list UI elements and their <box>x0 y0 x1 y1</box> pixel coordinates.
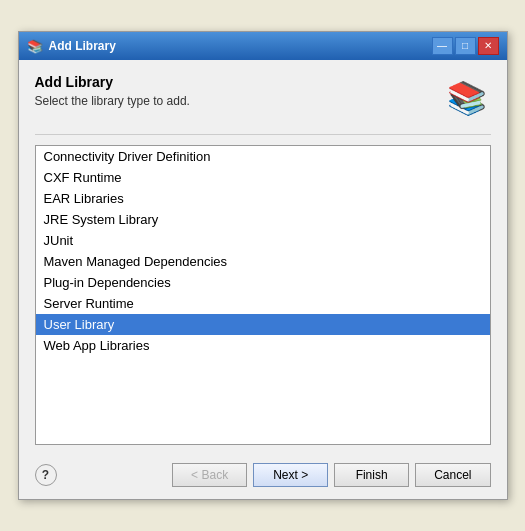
title-bar: 📚 Add Library — □ ✕ <box>19 32 507 60</box>
cancel-button[interactable]: Cancel <box>415 463 490 487</box>
header-section: Add Library Select the library type to a… <box>35 74 491 122</box>
title-bar-buttons: — □ ✕ <box>432 37 499 55</box>
list-item[interactable]: CXF Runtime <box>36 167 490 188</box>
help-button[interactable]: ? <box>35 464 57 486</box>
list-item[interactable]: EAR Libraries <box>36 188 490 209</box>
library-icon: 📚 <box>443 74 491 122</box>
list-item[interactable]: Server Runtime <box>36 293 490 314</box>
window-icon: 📚 <box>27 38 43 54</box>
header-text: Add Library Select the library type to a… <box>35 74 190 108</box>
maximize-button[interactable]: □ <box>455 37 476 55</box>
page-subtitle: Select the library type to add. <box>35 94 190 108</box>
window-body: Add Library Select the library type to a… <box>19 60 507 499</box>
next-button[interactable]: Next > <box>253 463 328 487</box>
list-item[interactable]: JRE System Library <box>36 209 490 230</box>
finish-button[interactable]: Finish <box>334 463 409 487</box>
books-icon: 📚 <box>447 82 487 114</box>
library-list[interactable]: Connectivity Driver DefinitionCXF Runtim… <box>35 145 491 445</box>
list-item[interactable]: User Library <box>36 314 490 335</box>
title-bar-left: 📚 Add Library <box>27 38 116 54</box>
list-item[interactable]: Connectivity Driver Definition <box>36 146 490 167</box>
separator <box>35 134 491 135</box>
close-button[interactable]: ✕ <box>478 37 499 55</box>
add-library-window: 📚 Add Library — □ ✕ Add Library Select t… <box>18 31 508 500</box>
page-title: Add Library <box>35 74 190 90</box>
footer-section: ? < Back Next > Finish Cancel <box>35 459 491 487</box>
back-button[interactable]: < Back <box>172 463 247 487</box>
window-title: Add Library <box>49 39 116 53</box>
minimize-button[interactable]: — <box>432 37 453 55</box>
list-item[interactable]: Web App Libraries <box>36 335 490 356</box>
list-item[interactable]: Plug-in Dependencies <box>36 272 490 293</box>
list-item[interactable]: Maven Managed Dependencies <box>36 251 490 272</box>
footer-buttons: < Back Next > Finish Cancel <box>172 463 490 487</box>
list-item[interactable]: JUnit <box>36 230 490 251</box>
